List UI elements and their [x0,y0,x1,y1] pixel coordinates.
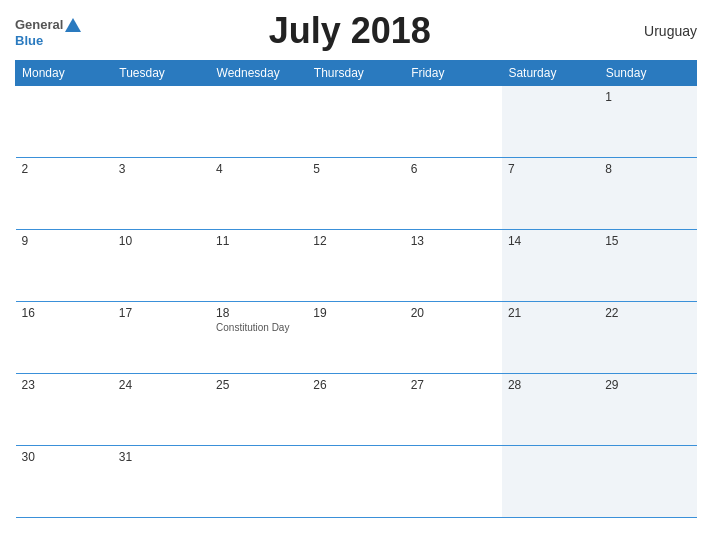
calendar-day-cell: 16 [16,302,113,374]
calendar-day-cell [307,86,404,158]
day-number: 10 [119,234,204,248]
calendar-day-cell: 20 [405,302,502,374]
day-number: 24 [119,378,204,392]
country-label: Uruguay [617,23,697,39]
calendar-day-cell: 1 [599,86,696,158]
col-saturday: Saturday [502,61,599,86]
holiday-label: Constitution Day [216,322,301,333]
calendar-title: July 2018 [269,10,431,51]
col-thursday: Thursday [307,61,404,86]
col-friday: Friday [405,61,502,86]
day-number: 16 [22,306,107,320]
day-number: 11 [216,234,301,248]
calendar-day-cell: 10 [113,230,210,302]
calendar-day-cell: 3 [113,158,210,230]
day-number: 4 [216,162,301,176]
calendar-day-cell: 5 [307,158,404,230]
calendar-day-cell [307,446,404,518]
calendar-day-cell: 19 [307,302,404,374]
calendar-day-cell: 18Constitution Day [210,302,307,374]
calendar-week-row: 3031 [16,446,697,518]
day-number: 9 [22,234,107,248]
day-number: 27 [411,378,496,392]
calendar-day-cell [16,86,113,158]
col-tuesday: Tuesday [113,61,210,86]
calendar-week-row: 23242526272829 [16,374,697,446]
calendar-day-cell: 9 [16,230,113,302]
header: General Blue July 2018 Uruguay [15,10,697,52]
col-sunday: Sunday [599,61,696,86]
calendar-day-cell: 30 [16,446,113,518]
day-number: 13 [411,234,496,248]
calendar-week-row: 161718Constitution Day19202122 [16,302,697,374]
day-number: 2 [22,162,107,176]
calendar-day-cell: 17 [113,302,210,374]
calendar-day-cell: 15 [599,230,696,302]
calendar-day-cell: 14 [502,230,599,302]
calendar-day-cell [210,446,307,518]
logo-blue: Blue [15,34,43,47]
calendar-day-cell: 26 [307,374,404,446]
day-number: 28 [508,378,593,392]
day-number: 6 [411,162,496,176]
logo: General Blue [15,16,82,47]
day-number: 5 [313,162,398,176]
calendar-day-cell: 23 [16,374,113,446]
day-number: 7 [508,162,593,176]
calendar-day-cell [502,446,599,518]
day-number: 31 [119,450,204,464]
calendar-day-cell: 29 [599,374,696,446]
calendar-day-cell: 27 [405,374,502,446]
day-number: 1 [605,90,690,104]
calendar-day-cell: 22 [599,302,696,374]
calendar-day-cell [210,86,307,158]
day-number: 22 [605,306,690,320]
svg-marker-0 [65,18,81,32]
col-monday: Monday [16,61,113,86]
calendar-day-cell: 21 [502,302,599,374]
calendar-week-row: 2345678 [16,158,697,230]
day-number: 8 [605,162,690,176]
calendar-week-row: 1 [16,86,697,158]
calendar-week-row: 9101112131415 [16,230,697,302]
calendar-day-cell: 8 [599,158,696,230]
days-of-week-row: Monday Tuesday Wednesday Thursday Friday… [16,61,697,86]
day-number: 23 [22,378,107,392]
calendar-table: Monday Tuesday Wednesday Thursday Friday… [15,60,697,518]
calendar-day-cell [599,446,696,518]
calendar-day-cell: 6 [405,158,502,230]
calendar-day-cell: 2 [16,158,113,230]
calendar-body: 123456789101112131415161718Constitution … [16,86,697,518]
calendar-day-cell [405,446,502,518]
calendar-day-cell: 13 [405,230,502,302]
calendar-day-cell [502,86,599,158]
day-number: 14 [508,234,593,248]
day-number: 25 [216,378,301,392]
title-block: July 2018 [82,10,617,52]
calendar-day-cell: 7 [502,158,599,230]
day-number: 15 [605,234,690,248]
calendar-day-cell: 12 [307,230,404,302]
day-number: 17 [119,306,204,320]
day-number: 12 [313,234,398,248]
day-number: 18 [216,306,301,320]
logo-general: General [15,18,63,31]
day-number: 30 [22,450,107,464]
calendar-day-cell [113,86,210,158]
day-number: 19 [313,306,398,320]
col-wednesday: Wednesday [210,61,307,86]
calendar-header: Monday Tuesday Wednesday Thursday Friday… [16,61,697,86]
day-number: 3 [119,162,204,176]
calendar-day-cell: 4 [210,158,307,230]
day-number: 29 [605,378,690,392]
calendar-day-cell [405,86,502,158]
calendar-day-cell: 11 [210,230,307,302]
page: General Blue July 2018 Uruguay Monday Tu… [0,0,712,550]
day-number: 26 [313,378,398,392]
day-number: 21 [508,306,593,320]
calendar-day-cell: 25 [210,374,307,446]
day-number: 20 [411,306,496,320]
calendar-day-cell: 28 [502,374,599,446]
calendar-day-cell: 31 [113,446,210,518]
logo-triangle-icon [64,16,82,34]
